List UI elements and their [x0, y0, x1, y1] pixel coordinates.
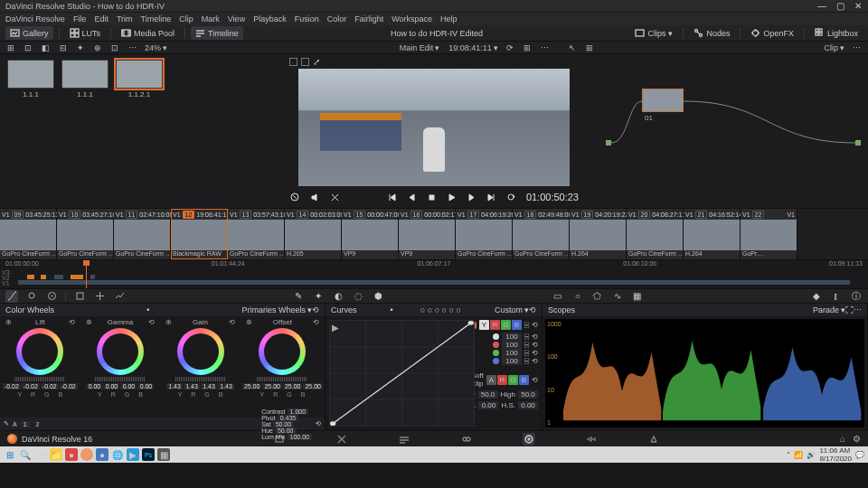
curves-tool-icon[interactable] [5, 290, 18, 303]
window-maximize-button[interactable]: ▢ [835, 1, 844, 11]
menu-item[interactable]: Color [327, 14, 347, 23]
keyframe-icon[interactable]: ◆ [810, 290, 823, 303]
stabilize-icon[interactable] [113, 290, 126, 303]
corrector-node[interactable]: 01 [642, 89, 684, 112]
cut-page-icon[interactable] [335, 433, 348, 446]
loop-icon[interactable] [506, 192, 517, 202]
tray-wifi-icon[interactable]: 📶 [794, 451, 803, 459]
clip-thumb[interactable]: V11500:00:47:08V1VP9 [342, 209, 399, 259]
loop-icon[interactable]: ⟳ [503, 42, 517, 53]
color-page-icon[interactable] [523, 433, 535, 446]
window-close-button[interactable]: ✕ [854, 1, 863, 11]
task-search-icon[interactable]: 🔍 [19, 448, 32, 461]
blur-icon[interactable]: ◌ [352, 290, 364, 303]
menu-item[interactable]: Clip [179, 14, 193, 23]
tray-notification-icon[interactable]: 💬 [855, 451, 864, 459]
task-app-icon[interactable]: ▦ [157, 448, 170, 461]
highlight-button[interactable]: ✦ [73, 42, 88, 53]
render-cache-icon[interactable]: ⊞ [520, 42, 534, 53]
node-editor[interactable]: 01 [588, 54, 868, 208]
auto-icon[interactable]: A [13, 421, 17, 427]
link-icon[interactable]: ⍈ [524, 321, 529, 329]
fairlight-page-icon[interactable] [585, 433, 598, 446]
clip-thumb[interactable]: V11219:08:41:11V1Blackmagic RAW [171, 209, 228, 259]
softclip-hs[interactable]: 0.00 [518, 401, 538, 409]
media-page-icon[interactable] [273, 433, 286, 446]
expand-icon[interactable]: ⛶ [845, 305, 854, 314]
color-wheel-offset[interactable]: ⊕Offset⟲25.0025.0025.0025.00YRGB [241, 316, 325, 418]
stop-icon[interactable] [427, 192, 438, 202]
more-icon[interactable]: ⋯ [854, 305, 862, 314]
channel-buttons[interactable]: YRGB [479, 320, 522, 330]
clips-toggle[interactable]: Clips ▾ [630, 26, 677, 40]
menu-item[interactable]: Help [440, 14, 458, 23]
task-photoshop-icon[interactable]: Ps [142, 448, 155, 461]
menu-item[interactable]: Trim [117, 14, 133, 23]
clip-thumb[interactable]: V11303:57:43:18V1GoPro CineForm … [228, 209, 285, 259]
more-icon[interactable]: ⋯ [125, 42, 140, 53]
menu-item[interactable]: Workspace [392, 14, 432, 23]
timeline-toggle[interactable]: Timeline [191, 26, 243, 40]
mask-icon[interactable]: ◐ [332, 290, 344, 303]
viewer-zoom-dropdown[interactable]: 24%▾ [140, 42, 172, 53]
clip-thumb[interactable]: V11600:00:02:17V1VP9 [399, 209, 456, 259]
luts-toggle[interactable]: LUTs [65, 26, 106, 40]
play-icon[interactable]: ▶ [332, 323, 339, 333]
task-view-icon[interactable]: ▭ [34, 448, 47, 461]
opt-button[interactable]: ⊞ [4, 42, 18, 53]
go-last-icon[interactable] [486, 192, 497, 202]
pointer-icon[interactable]: ↖ [565, 42, 580, 53]
tray-chevron-icon[interactable]: ˄ [787, 451, 790, 459]
nodes-toggle[interactable]: Nodes [689, 26, 734, 40]
tray-time[interactable]: 11:06 AM [819, 446, 850, 455]
media-pool-toggle[interactable]: Media Pool [117, 26, 179, 40]
start-button[interactable]: ⊞ [4, 448, 16, 461]
step-forward-icon[interactable] [467, 192, 477, 202]
window-minimize-button[interactable]: — [817, 1, 826, 11]
expand-icon[interactable]: ⤢ [313, 57, 320, 67]
task-app-icon[interactable] [80, 448, 93, 461]
project-manager-icon[interactable]: ⌂ [840, 434, 845, 444]
eyedropper-icon[interactable]: ✎ [292, 290, 305, 303]
menu-item[interactable]: Fairlight [354, 14, 383, 23]
viewer-mode-dropdown[interactable]: Main Edit▾ [395, 42, 445, 53]
menu-item[interactable]: Timeline [141, 14, 172, 23]
menu-item[interactable]: Edit [94, 14, 108, 23]
task-explorer-icon[interactable]: 📁 [50, 448, 62, 461]
rect-icon[interactable]: ▭ [552, 290, 564, 303]
edit-page-icon[interactable] [398, 433, 410, 446]
softclip-channel-buttons[interactable]: ARGB [486, 375, 529, 385]
reset-icon[interactable]: ⟲ [532, 376, 538, 384]
gradient-icon[interactable]: ▦ [631, 290, 644, 303]
wipe-button[interactable]: ◧ [38, 42, 53, 53]
reset-icon[interactable]: ⟲ [529, 305, 536, 314]
zoom-button[interactable]: ⊕ [90, 42, 105, 53]
split-button[interactable]: ⊟ [56, 42, 71, 53]
scopes-mode-dropdown[interactable]: Parade ▾ [813, 305, 845, 314]
play-icon[interactable] [447, 192, 458, 202]
lightbox-toggle[interactable]: Lightbox [810, 26, 863, 40]
clip-thumb[interactable]: V11802:49:48:06V1GoPro CineForm … [513, 209, 570, 259]
qualifier-tool-icon[interactable] [25, 290, 38, 303]
mute-icon[interactable] [309, 192, 320, 202]
menu-item[interactable]: Fusion [295, 14, 319, 23]
clip-thumb[interactable]: V11003:45:27:10V1GoPro CineForm … [57, 209, 114, 259]
picker-icon[interactable]: ✎ [4, 420, 9, 427]
more-icon[interactable]: ⋯ [849, 42, 864, 53]
menu-item[interactable]: DaVinci Resolve [5, 14, 65, 23]
clip-thumb[interactable]: V12004:08:27:11V1GoPro CineForm … [627, 209, 684, 259]
wheels-mode-dropdown[interactable]: Primaries Wheels ▾ [242, 305, 313, 314]
tracker-tool-icon[interactable] [93, 290, 106, 303]
more-icon[interactable]: ⋯ [537, 42, 552, 53]
playhead[interactable] [86, 260, 87, 288]
still-thumb[interactable]: 1.1.1 [61, 60, 108, 99]
menu-item[interactable]: View [228, 14, 245, 23]
go-first-icon[interactable] [387, 192, 398, 202]
node-tool-icon[interactable]: ⊞ [582, 42, 597, 53]
task-chrome-icon[interactable]: 🌐 [111, 448, 124, 461]
openfx-toggle[interactable]: OpenFX [746, 26, 798, 40]
reset-icon[interactable]: ⟲ [316, 420, 321, 427]
unmix-icon[interactable] [329, 192, 340, 202]
clip-thumb[interactable]: V11102:47:10:00V1GoPro CineForm … [114, 209, 171, 259]
waveform-icon[interactable]: ⫿ [830, 290, 843, 303]
